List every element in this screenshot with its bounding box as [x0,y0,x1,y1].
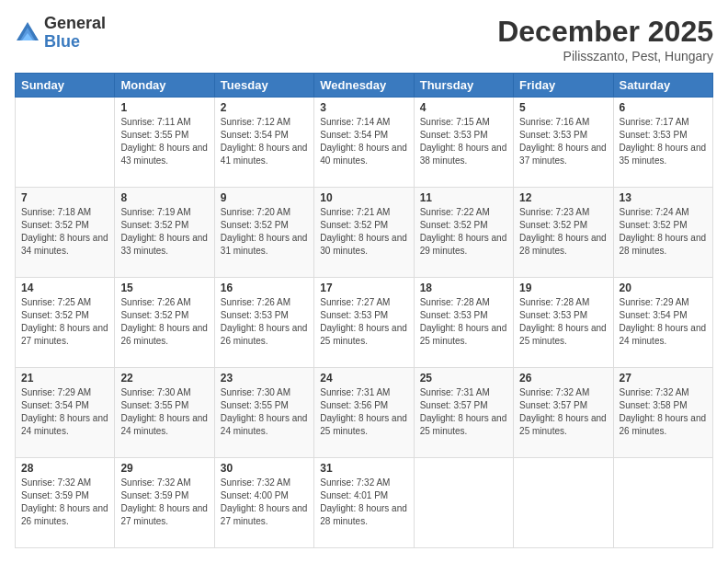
day-number: 22 [120,372,208,385]
calendar-cell: 4Sunrise: 7:15 AMSunset: 3:53 PMDaylight… [414,98,513,188]
day-number: 29 [120,462,208,475]
day-info: Sunrise: 7:32 AMSunset: 4:01 PMDaylight:… [320,477,407,528]
day-number: 25 [420,372,507,385]
calendar-cell: 30Sunrise: 7:32 AMSunset: 4:00 PMDayligh… [214,458,313,548]
day-number: 19 [519,282,607,294]
day-number: 7 [21,191,108,204]
weekday-header-monday: Monday [115,74,214,98]
month-title: December 2025 [497,15,713,49]
calendar-cell: 13Sunrise: 7:24 AMSunset: 3:52 PMDayligh… [613,188,712,278]
calendar-cell: 7Sunrise: 7:18 AMSunset: 3:52 PMDaylight… [16,188,115,278]
day-number: 10 [320,191,407,204]
calendar-cell [514,458,613,548]
calendar-cell [613,458,712,548]
calendar-cell: 24Sunrise: 7:31 AMSunset: 3:56 PMDayligh… [314,368,414,458]
day-info: Sunrise: 7:28 AMSunset: 3:53 PMDaylight:… [519,296,607,348]
week-row-4: 21Sunrise: 7:29 AMSunset: 3:54 PMDayligh… [16,368,713,458]
day-number: 21 [21,372,108,385]
calendar-cell: 11Sunrise: 7:22 AMSunset: 3:52 PMDayligh… [414,188,513,278]
week-row-5: 28Sunrise: 7:32 AMSunset: 3:59 PMDayligh… [16,458,713,548]
day-info: Sunrise: 7:16 AMSunset: 3:53 PMDaylight:… [519,116,607,167]
day-info: Sunrise: 7:32 AMSunset: 4:00 PMDaylight:… [221,477,308,528]
day-info: Sunrise: 7:20 AMSunset: 3:52 PMDaylight:… [221,206,308,258]
location-subtitle: Pilisszanto, Pest, Hungary [497,49,713,63]
weekday-header-thursday: Thursday [414,74,513,98]
day-info: Sunrise: 7:26 AMSunset: 3:53 PMDaylight:… [221,296,308,348]
day-number: 15 [120,282,208,294]
day-info: Sunrise: 7:32 AMSunset: 3:57 PMDaylight:… [519,386,607,438]
day-info: Sunrise: 7:29 AMSunset: 3:54 PMDaylight:… [21,386,108,438]
day-number: 6 [620,101,707,114]
calendar-cell [16,98,115,188]
calendar-cell: 23Sunrise: 7:30 AMSunset: 3:55 PMDayligh… [214,368,313,458]
calendar-cell: 19Sunrise: 7:28 AMSunset: 3:53 PMDayligh… [514,278,613,368]
logo: General Blue [15,15,106,52]
day-number: 17 [320,282,407,294]
day-info: Sunrise: 7:18 AMSunset: 3:52 PMDaylight:… [21,206,108,258]
weekday-header-tuesday: Tuesday [214,74,313,98]
calendar-cell: 1Sunrise: 7:11 AMSunset: 3:55 PMDaylight… [115,98,214,188]
calendar-cell: 12Sunrise: 7:23 AMSunset: 3:52 PMDayligh… [514,188,613,278]
weekday-header-sunday: Sunday [16,74,115,98]
day-info: Sunrise: 7:29 AMSunset: 3:54 PMDaylight:… [620,296,707,348]
day-info: Sunrise: 7:31 AMSunset: 3:56 PMDaylight:… [320,386,407,438]
day-info: Sunrise: 7:22 AMSunset: 3:52 PMDaylight:… [420,206,507,258]
day-info: Sunrise: 7:32 AMSunset: 3:59 PMDaylight:… [21,477,108,528]
day-info: Sunrise: 7:25 AMSunset: 3:52 PMDaylight:… [21,296,108,348]
calendar-cell: 28Sunrise: 7:32 AMSunset: 3:59 PMDayligh… [16,458,115,548]
day-info: Sunrise: 7:11 AMSunset: 3:55 PMDaylight:… [120,116,208,167]
weekday-header-row: SundayMondayTuesdayWednesdayThursdayFrid… [16,74,713,98]
page: General Blue December 2025 Pilisszanto, … [0,0,728,563]
calendar-cell: 18Sunrise: 7:28 AMSunset: 3:53 PMDayligh… [414,278,513,368]
day-info: Sunrise: 7:14 AMSunset: 3:54 PMDaylight:… [320,116,407,167]
weekday-header-wednesday: Wednesday [314,74,414,98]
calendar-cell: 9Sunrise: 7:20 AMSunset: 3:52 PMDaylight… [214,188,313,278]
day-number: 13 [620,191,707,204]
day-number: 28 [21,462,108,475]
header: General Blue December 2025 Pilisszanto, … [15,15,713,63]
day-number: 24 [320,372,407,385]
day-info: Sunrise: 7:30 AMSunset: 3:55 PMDaylight:… [221,386,308,438]
calendar-cell: 22Sunrise: 7:30 AMSunset: 3:55 PMDayligh… [115,368,214,458]
weekday-header-saturday: Saturday [613,74,712,98]
day-number: 5 [519,101,607,114]
day-info: Sunrise: 7:21 AMSunset: 3:52 PMDaylight:… [320,206,407,258]
calendar-cell: 29Sunrise: 7:32 AMSunset: 3:59 PMDayligh… [115,458,214,548]
day-info: Sunrise: 7:32 AMSunset: 3:58 PMDaylight:… [620,386,707,438]
calendar-cell: 14Sunrise: 7:25 AMSunset: 3:52 PMDayligh… [16,278,115,368]
logo-icon [15,20,40,46]
day-info: Sunrise: 7:28 AMSunset: 3:53 PMDaylight:… [420,296,507,348]
day-info: Sunrise: 7:32 AMSunset: 3:59 PMDaylight:… [120,477,208,528]
day-number: 27 [620,372,707,385]
logo-blue: Blue [44,33,106,52]
day-number: 26 [519,372,607,385]
calendar-table: SundayMondayTuesdayWednesdayThursdayFrid… [15,73,713,548]
weekday-header-friday: Friday [514,74,613,98]
day-number: 3 [320,101,407,114]
week-row-3: 14Sunrise: 7:25 AMSunset: 3:52 PMDayligh… [16,278,713,368]
calendar-cell: 10Sunrise: 7:21 AMSunset: 3:52 PMDayligh… [314,188,414,278]
day-info: Sunrise: 7:17 AMSunset: 3:53 PMDaylight:… [620,116,707,167]
day-info: Sunrise: 7:15 AMSunset: 3:53 PMDaylight:… [420,116,507,167]
calendar-cell: 5Sunrise: 7:16 AMSunset: 3:53 PMDaylight… [514,98,613,188]
calendar-cell [414,458,513,548]
day-number: 12 [519,191,607,204]
day-info: Sunrise: 7:24 AMSunset: 3:52 PMDaylight:… [620,206,707,258]
day-number: 9 [221,191,308,204]
logo-text: General Blue [44,15,106,52]
calendar-cell: 31Sunrise: 7:32 AMSunset: 4:01 PMDayligh… [314,458,414,548]
calendar-cell: 27Sunrise: 7:32 AMSunset: 3:58 PMDayligh… [613,368,712,458]
day-number: 11 [420,191,507,204]
day-info: Sunrise: 7:12 AMSunset: 3:54 PMDaylight:… [221,116,308,167]
calendar-cell: 21Sunrise: 7:29 AMSunset: 3:54 PMDayligh… [16,368,115,458]
week-row-1: 1Sunrise: 7:11 AMSunset: 3:55 PMDaylight… [16,98,713,188]
day-info: Sunrise: 7:19 AMSunset: 3:52 PMDaylight:… [120,206,208,258]
calendar-cell: 16Sunrise: 7:26 AMSunset: 3:53 PMDayligh… [214,278,313,368]
day-number: 4 [420,101,507,114]
calendar-cell: 15Sunrise: 7:26 AMSunset: 3:52 PMDayligh… [115,278,214,368]
calendar-cell: 17Sunrise: 7:27 AMSunset: 3:53 PMDayligh… [314,278,414,368]
logo-general: General [44,15,106,33]
day-number: 1 [120,101,208,114]
day-info: Sunrise: 7:31 AMSunset: 3:57 PMDaylight:… [420,386,507,438]
day-number: 16 [221,282,308,294]
